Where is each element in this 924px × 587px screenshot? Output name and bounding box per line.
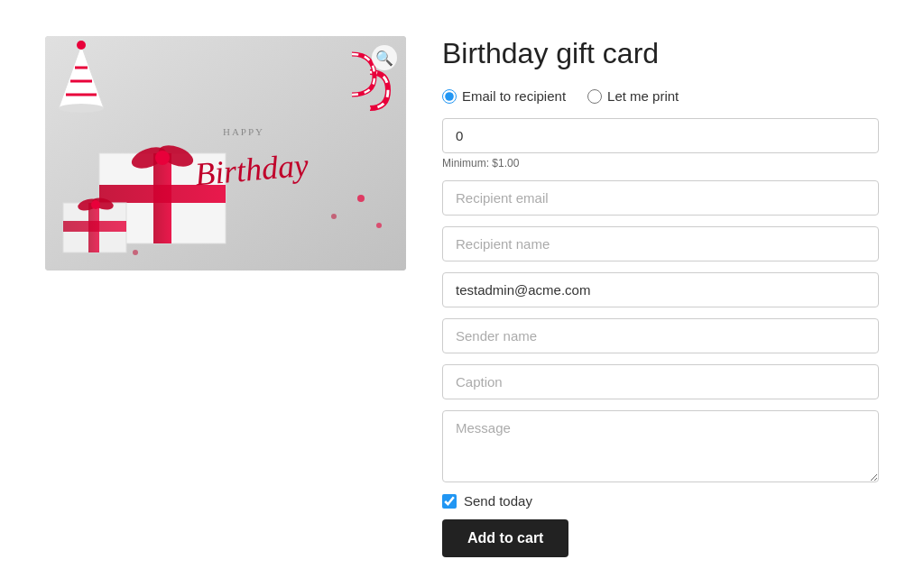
svg-point-12 — [77, 41, 86, 50]
recipient-name-input[interactable] — [442, 226, 879, 261]
svg-text:HAPPY: HAPPY — [223, 126, 264, 137]
email-recipient-option[interactable]: Email to recipient — [442, 88, 566, 104]
let-me-print-radio[interactable] — [587, 89, 602, 104]
add-to-cart-button[interactable]: Add to cart — [442, 519, 568, 557]
svg-point-24 — [91, 200, 100, 209]
email-recipient-radio[interactable] — [442, 89, 457, 104]
form-section: Birthday gift card Email to recipient Le… — [442, 36, 879, 557]
product-image: HAPPY Birthday 🔍 — [45, 36, 406, 271]
svg-rect-21 — [63, 221, 126, 232]
svg-point-11 — [59, 104, 104, 113]
send-today-row: Send today — [442, 493, 879, 509]
sender-email-input[interactable] — [442, 272, 879, 307]
amount-wrapper: Minimum: $1.00 — [442, 118, 879, 170]
message-textarea[interactable] — [442, 410, 879, 482]
main-container: HAPPY Birthday 🔍 Birthday gift card Emai… — [18, 18, 906, 575]
sender-name-input[interactable] — [442, 318, 879, 353]
image-section: HAPPY Birthday 🔍 — [45, 36, 406, 557]
recipient-email-input[interactable] — [442, 180, 879, 216]
svg-point-4 — [331, 214, 337, 219]
minimum-label: Minimum: $1.00 — [442, 157, 879, 170]
amount-input[interactable] — [442, 118, 879, 153]
svg-point-3 — [357, 195, 365, 202]
let-me-print-label: Let me print — [607, 88, 679, 104]
email-recipient-label: Email to recipient — [462, 88, 566, 104]
svg-point-5 — [376, 223, 382, 228]
product-title: Birthday gift card — [442, 36, 879, 70]
zoom-icon[interactable]: 🔍 — [372, 45, 397, 70]
send-today-checkbox[interactable] — [442, 494, 457, 509]
svg-point-18 — [155, 151, 170, 165]
send-today-label[interactable]: Send today — [464, 493, 532, 509]
caption-input[interactable] — [442, 364, 879, 399]
delivery-options: Email to recipient Let me print — [442, 88, 879, 104]
let-me-print-option[interactable]: Let me print — [587, 88, 679, 104]
svg-point-6 — [133, 250, 138, 255]
